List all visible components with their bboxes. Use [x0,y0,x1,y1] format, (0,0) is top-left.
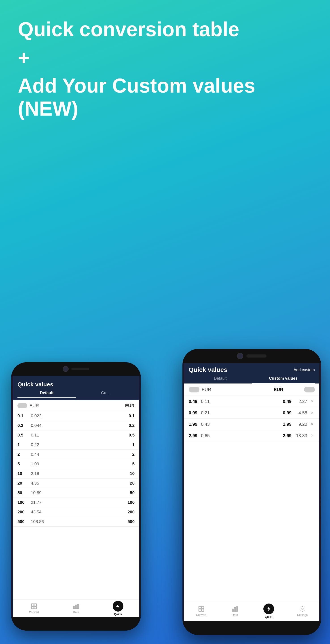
phone-front-speaker [246,354,266,358]
svg-point-14 [302,608,304,610]
gear-icon [299,606,306,612]
grid-icon [198,606,204,612]
screen-header-back: Quick values Default Cu... [13,376,139,400]
currency-header-row: EUR EUR [184,384,319,396]
phone-back-screen: Quick values Default Cu... EUR EUR 0.1 0… [13,376,139,617]
currency-right-front: EUR [253,387,304,392]
tab-front-default[interactable]: Default [189,376,252,384]
table-row: 0.99 0.21 0.99 4.58 × [184,407,319,418]
grid-icon [31,603,37,610]
svg-rect-6 [77,604,78,609]
chart-icon [73,603,79,610]
table-row: 20 4.35 20 [13,478,139,488]
phone-back-notch [11,362,141,376]
remove-row-button[interactable]: × [310,421,315,427]
screen-header-front: Quick values Add custom Default Custom v… [184,363,319,384]
table-row: 0.2 0.044 0.2 [13,421,139,430]
nav-quick-label-front: Quick [265,615,272,618]
nav-quick-front[interactable]: Quick [252,604,286,618]
svg-rect-13 [236,607,238,611]
remove-row-button[interactable]: × [310,398,315,404]
svg-rect-7 [198,606,201,609]
phone-front-bottom [182,621,321,635]
table-row: 1.99 0.43 1.99 9.20 × [184,418,319,430]
hero-title: Quick conversion table [18,18,312,41]
bolt-icon [115,604,121,609]
nav-quick-label-back: Quick [114,612,122,616]
quick-active-circle-front [263,604,274,614]
svg-rect-9 [198,609,201,611]
phone-back-content: EUR EUR 0.1 0.022 0.1 0.2 0.044 0.2 0.5 … [13,400,139,526]
toggle-front-left[interactable] [189,386,200,392]
svg-rect-0 [32,604,34,606]
remove-row-button[interactable]: × [310,410,315,416]
svg-rect-8 [202,606,204,609]
table-row: 2 0.44 2 [13,450,139,459]
hero-section: Quick conversion table + Add Your Custom… [0,0,330,130]
nav-settings-label-front: Settings [297,613,308,616]
table-row: 0.49 0.11 0.49 2.27 × [184,396,319,407]
table-row: 1 0.22 1 [13,440,139,450]
currency-left-back: EUR [30,403,82,408]
nav-rate-label-back: Rate [73,610,79,614]
nav-convert-label-back: Convert [29,610,39,614]
phone-front-screen: Quick values Add custom Default Custom v… [184,363,319,621]
toggle-front-right[interactable] [304,386,315,392]
tab-back-default[interactable]: Default [18,391,76,398]
table-row: 2.99 0.65 2.99 13.83 × [184,430,319,442]
nav-quick-back[interactable]: Quick [97,601,139,616]
table-row: 5 1.09 5 [13,459,139,469]
phone-back-speaker [71,368,89,370]
phone-back: Quick values Default Cu... EUR EUR 0.1 0… [11,362,141,630]
toggle-back-left[interactable] [18,403,27,408]
table-row: 500 108.86 500 [13,517,139,526]
svg-rect-4 [74,606,75,609]
svg-rect-3 [34,606,36,609]
hero-subtitle: Add Your Custom values (NEW) [18,74,312,120]
add-custom-button[interactable]: Add custom [294,368,315,372]
nav-convert-back[interactable]: Convert [13,603,55,614]
nav-rate-front[interactable]: Rate [218,606,252,616]
svg-rect-2 [32,606,34,609]
bottom-nav-back: Convert Rate Quick [13,599,139,617]
bolt-icon [266,606,272,612]
table-row: 200 43.54 200 [13,507,139,517]
phone-front-notch [182,349,321,363]
bottom-nav-front: Convert Rate Quick [184,601,319,621]
currency-right-back: EUR [82,403,134,408]
phone-back-camera [63,366,69,372]
table-row: 10 2.18 10 [13,469,139,478]
table-row: 0.5 0.11 0.5 [13,430,139,440]
phone-front-title: Quick values [189,366,228,374]
phone-front-content: EUR EUR 0.49 0.11 0.49 2.27 × 0.99 0.21 … [184,384,319,601]
nav-rate-back[interactable]: Rate [55,603,97,614]
nav-convert-front[interactable]: Convert [184,606,218,616]
nav-settings-front[interactable]: Settings [286,606,319,616]
svg-rect-1 [34,604,36,606]
svg-rect-10 [202,609,204,611]
phone-back-tabs: Default Cu... [18,391,134,398]
tab-front-custom[interactable]: Custom values [252,376,315,384]
tab-back-custom[interactable]: Cu... [76,391,134,398]
svg-rect-12 [234,608,236,612]
screen-header-row: Quick values Add custom [189,366,315,374]
hero-plus: + [18,46,312,70]
phone-front: Quick values Add custom Default Custom v… [182,349,321,635]
currency-left-front: EUR [202,387,253,392]
phone-front-tabs: Default Custom values [189,376,315,384]
currency-row-back: EUR EUR [13,400,139,411]
svg-rect-5 [76,605,77,609]
phone-front-camera [237,353,243,359]
phones-container: Quick values Default Cu... EUR EUR 0.1 0… [0,219,330,644]
table-row: 0.1 0.022 0.1 [13,411,139,421]
phone-back-bottom [11,617,141,630]
svg-rect-11 [232,609,234,611]
nav-rate-label-front: Rate [232,613,238,616]
chart-icon [232,606,238,612]
phone-back-title: Quick values [18,379,134,388]
table-row: 50 10.89 50 [13,488,139,498]
remove-row-button[interactable]: × [310,433,315,438]
table-row: 100 21.77 100 [13,498,139,507]
quick-active-circle [113,601,124,612]
nav-convert-label-front: Convert [196,613,206,616]
